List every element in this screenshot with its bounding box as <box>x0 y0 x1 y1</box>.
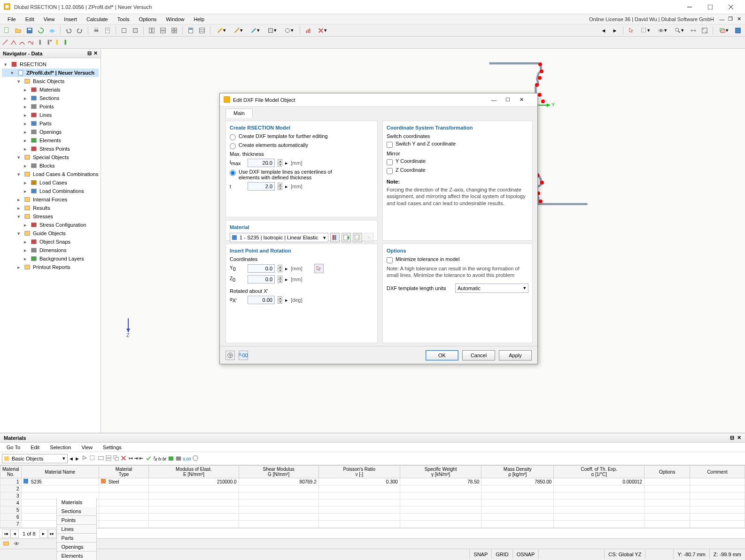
table-row[interactable]: 1S235Steel210000.080769.20.30078.507850.… <box>0 478 745 485</box>
tb-section1-icon[interactable] <box>119 25 129 36</box>
z0-input[interactable] <box>248 275 275 284</box>
tb-wand2-icon[interactable]: ▾ <box>230 25 246 36</box>
t-step-icon[interactable]: ▸ <box>285 184 288 190</box>
tree-file[interactable]: ▾ ZProfil.dxf* | Neuer Versuch <box>2 69 99 77</box>
table-row[interactable]: 7 <box>0 521 745 528</box>
tab-first-button[interactable]: ⏮ <box>2 529 10 538</box>
dialog-maximize-button[interactable]: ☐ <box>505 97 520 103</box>
tb-report-icon[interactable] <box>102 25 113 36</box>
tb-element3-icon[interactable] <box>54 39 61 46</box>
mat-header-9[interactable]: Options <box>644 466 690 478</box>
mat-next-icon[interactable]: ► <box>75 456 80 461</box>
mat-header-8[interactable]: Coeff. of Th. Exp.α [1/°C] <box>554 466 644 478</box>
tb-refresh-icon[interactable] <box>36 25 46 36</box>
mat-fx2-icon[interactable]: fx <box>158 456 162 461</box>
tree-item-stresses[interactable]: ▾Stresses <box>2 212 99 221</box>
menu-insert[interactable]: Insert <box>59 15 82 23</box>
mat-prev-icon[interactable]: ◄ <box>69 456 74 461</box>
tb-arc-icon[interactable] <box>19 39 25 46</box>
mat-menu-selection[interactable]: Selection <box>45 444 76 451</box>
cancel-button[interactable]: Cancel <box>462 350 495 361</box>
ax-input[interactable] <box>248 296 275 304</box>
status-snap[interactable]: SNAP <box>469 549 491 559</box>
tb-screenshot-icon[interactable] <box>733 25 743 36</box>
mat-tab-lines[interactable]: Lines <box>56 525 97 534</box>
dialog-minimize-button[interactable]: — <box>491 97 505 103</box>
mat-new-icon[interactable] <box>98 455 104 462</box>
tb-wand4-icon[interactable]: ▾ <box>264 25 280 36</box>
check-mirror-y[interactable] <box>387 159 393 165</box>
tb-element1-icon[interactable] <box>38 39 44 46</box>
mat-tab-points[interactable]: Points <box>56 516 97 525</box>
mat-header-1[interactable]: Material Name <box>21 466 99 478</box>
mat-header-10[interactable]: Comment <box>690 466 745 478</box>
menu-file[interactable]: File <box>3 15 21 23</box>
tb-grid1-icon[interactable] <box>147 25 157 36</box>
tb-cursor-icon[interactable] <box>626 25 636 36</box>
status-grid[interactable]: GRID <box>491 549 512 559</box>
tmax-up[interactable]: ▴ <box>278 159 282 163</box>
y0-down[interactable]: ▾ <box>278 268 282 272</box>
y0-input[interactable] <box>248 264 275 273</box>
tb-arrows-h-icon[interactable] <box>688 25 698 36</box>
tb-grid3-icon[interactable] <box>169 25 179 36</box>
ax-down[interactable]: ▾ <box>278 300 282 304</box>
tb-line1-icon[interactable] <box>2 39 8 46</box>
tree-item-stress-points[interactable]: ▸Stress Points <box>2 145 99 153</box>
menu-view[interactable]: View <box>39 15 60 23</box>
tb-curve-icon[interactable] <box>27 39 34 46</box>
mat-insert-icon[interactable] <box>105 455 112 462</box>
tb-select-icon[interactable]: ▾ <box>637 25 653 36</box>
mat-del-icon[interactable] <box>120 455 127 462</box>
mat-units-icon[interactable]: 0,00 <box>183 456 191 461</box>
tree-item-materials[interactable]: ▸Materials <box>2 85 99 94</box>
mat-help-icon[interactable] <box>192 455 199 462</box>
table-row[interactable]: 6 <box>0 514 745 521</box>
tree-item-lines[interactable]: ▸Lines <box>2 111 99 119</box>
mat-fx1-icon[interactable]: fx <box>154 455 157 462</box>
materials-pin-icon[interactable]: ⊟ <box>730 435 734 441</box>
table-row[interactable]: 5 <box>0 506 745 514</box>
menu-help[interactable]: Help <box>189 15 209 23</box>
tb-calc-icon[interactable] <box>186 25 196 36</box>
y0-up[interactable]: ▴ <box>278 265 282 268</box>
dialog-help-button[interactable]: ? <box>225 351 235 360</box>
mdi-restore-button[interactable]: ❐ <box>727 16 734 23</box>
tree-item-guide-objects[interactable]: ▾Guide Objects <box>2 229 99 238</box>
z0-step-icon[interactable]: ▸ <box>285 276 288 283</box>
material-delete-button[interactable] <box>364 233 373 242</box>
tree-item-special-objects[interactable]: ▾Special Objects <box>2 153 99 161</box>
mat-menu-settings[interactable]: Settings <box>98 444 126 451</box>
tree-item-load-combinations[interactable]: ▸Load Combinations <box>2 187 99 195</box>
close-button[interactable] <box>721 0 741 14</box>
mat-check-icon[interactable] <box>145 455 152 462</box>
pick-point-button[interactable] <box>314 264 324 273</box>
tab-prev-button[interactable]: ◄ <box>10 529 19 538</box>
tb-grid2-icon[interactable] <box>158 25 168 36</box>
mat-select-icon[interactable] <box>89 455 96 462</box>
tb-new-icon[interactable] <box>2 25 12 36</box>
units-select[interactable]: Automatic ▾ <box>455 284 528 293</box>
mat-menu-goto[interactable]: Go To <box>2 444 25 451</box>
status-osnap[interactable]: OSNAP <box>512 549 539 559</box>
mat-menu-edit[interactable]: Edit <box>26 444 44 451</box>
apply-button[interactable]: Apply <box>499 350 532 361</box>
ax-step-icon[interactable]: ▸ <box>285 297 288 303</box>
tree-item-elements[interactable]: ▸Elements <box>2 136 99 145</box>
mat-copy-icon[interactable] <box>113 455 119 462</box>
mat-cursor-icon[interactable] <box>82 455 88 462</box>
tree-item-dimensions[interactable]: ▸Dimensions <box>2 246 99 254</box>
t-down[interactable]: ▾ <box>278 186 282 190</box>
menu-calculate[interactable]: Calculate <box>82 15 113 23</box>
material-edit-button[interactable] <box>353 233 362 242</box>
dialog-close-button[interactable]: ✕ <box>520 97 534 103</box>
tree-item-openings[interactable]: ▸Openings <box>2 128 99 136</box>
mat-menu-view[interactable]: View <box>77 444 97 451</box>
tb-element4-icon[interactable] <box>63 39 70 46</box>
navigator-pin-icon[interactable]: ⊟ <box>87 50 92 56</box>
tree-item-sections[interactable]: ▸Sections <box>2 94 99 102</box>
check-minimize-tolerance[interactable] <box>387 257 393 263</box>
navigator-tree[interactable]: ▾ RSECTION ▾ ZProfil.dxf* | Neuer Versuc… <box>0 58 101 433</box>
mdi-close-button[interactable]: ✕ <box>736 16 742 23</box>
mat-tab-sections[interactable]: Sections <box>56 507 97 516</box>
